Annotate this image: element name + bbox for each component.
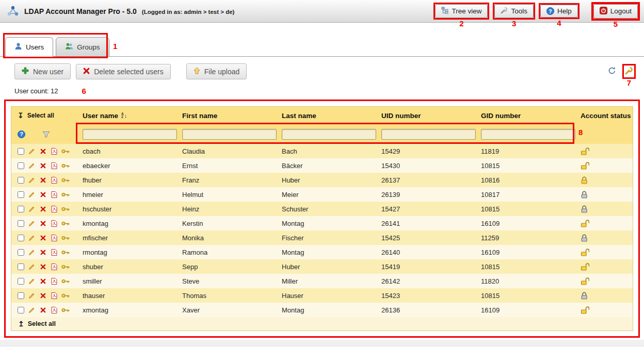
- column-header-user-name[interactable]: User name: [78, 112, 178, 120]
- file-upload-button[interactable]: File upload: [186, 63, 247, 79]
- select-all-bottom[interactable]: Select all: [11, 317, 633, 331]
- password-key-icon[interactable]: [61, 163, 70, 169]
- password-key-icon[interactable]: [61, 293, 70, 299]
- cell-user-name[interactable]: thauser: [78, 292, 178, 300]
- delete-x-icon[interactable]: [39, 307, 47, 313]
- refresh-button[interactable]: [607, 65, 617, 77]
- cell-user-name[interactable]: hschuster: [78, 205, 178, 213]
- cell-user-name[interactable]: kmontag: [78, 220, 178, 227]
- row-checkbox[interactable]: [18, 249, 24, 256]
- delete-x-icon[interactable]: [39, 192, 47, 197]
- edit-pencil-icon[interactable]: [27, 191, 36, 198]
- pdf-icon[interactable]: [50, 278, 58, 285]
- tab-users[interactable]: Users: [5, 37, 53, 57]
- row-checkbox[interactable]: [18, 206, 24, 212]
- cell-user-name[interactable]: cbach: [78, 147, 178, 155]
- logout-button[interactable]: Logout: [593, 4, 638, 19]
- row-checkbox[interactable]: [18, 177, 24, 184]
- table-row[interactable]: thauser Thomas Hauser 15423 10815: [11, 288, 633, 303]
- password-key-icon[interactable]: [61, 250, 70, 255]
- column-header-gid-number[interactable]: GID number: [477, 112, 576, 120]
- pdf-icon[interactable]: [50, 292, 58, 299]
- filter-input-user-name[interactable]: [83, 129, 177, 140]
- edit-pencil-icon[interactable]: [27, 177, 36, 184]
- pdf-icon[interactable]: [50, 177, 58, 184]
- cell-user-name[interactable]: smiller: [78, 277, 178, 285]
- table-row[interactable]: cbach Claudia Bach 15429 11819: [11, 144, 633, 158]
- cell-user-name[interactable]: shuber: [78, 263, 178, 271]
- pdf-icon[interactable]: [50, 191, 58, 198]
- cell-user-name[interactable]: xmontag: [78, 306, 178, 314]
- password-key-icon[interactable]: [61, 221, 70, 226]
- row-checkbox[interactable]: [18, 263, 24, 270]
- filter-funnel-icon[interactable]: [42, 131, 50, 138]
- cell-user-name[interactable]: ebaecker: [78, 162, 178, 170]
- pdf-icon[interactable]: [50, 249, 58, 256]
- tree-view-button[interactable]: Tree view: [435, 4, 488, 18]
- select-all-top[interactable]: Select all: [11, 112, 78, 119]
- password-key-icon[interactable]: [61, 235, 70, 241]
- settings-button[interactable]: [624, 65, 634, 77]
- password-key-icon[interactable]: [61, 206, 70, 212]
- row-checkbox[interactable]: [18, 307, 24, 313]
- table-row[interactable]: shuber Sepp Huber 15419 10815: [11, 259, 633, 274]
- tools-button[interactable]: Tools: [494, 4, 534, 18]
- tab-groups[interactable]: Groups: [56, 37, 109, 57]
- column-header-uid-number[interactable]: UID number: [377, 112, 477, 120]
- edit-pencil-icon[interactable]: [27, 235, 36, 241]
- table-row[interactable]: hmeier Helmut Meier 26139 10817: [11, 187, 633, 202]
- row-checkbox[interactable]: [18, 235, 24, 241]
- password-key-icon[interactable]: [61, 192, 70, 197]
- password-key-icon[interactable]: [61, 307, 70, 313]
- filter-input-first-name[interactable]: [182, 129, 277, 140]
- edit-pencil-icon[interactable]: [27, 220, 36, 227]
- delete-selected-users-button[interactable]: Delete selected users: [76, 64, 171, 79]
- filter-help-icon[interactable]: [18, 130, 25, 138]
- column-header-first-name[interactable]: First name: [178, 112, 278, 120]
- filter-input-last-name[interactable]: [282, 129, 376, 140]
- filter-input-gid-number[interactable]: [481, 129, 575, 140]
- delete-x-icon[interactable]: [39, 206, 47, 212]
- column-header-account-status[interactable]: Account status: [576, 112, 633, 120]
- sort-icon[interactable]: [121, 112, 127, 119]
- help-button[interactable]: Help: [540, 5, 578, 18]
- delete-x-icon[interactable]: [39, 163, 47, 169]
- table-row[interactable]: ebaecker Ernst Bäcker 15430 10815: [11, 158, 633, 173]
- cell-user-name[interactable]: fhuber: [78, 176, 178, 184]
- pdf-icon[interactable]: [50, 263, 58, 270]
- pdf-icon[interactable]: [50, 220, 58, 227]
- filter-input-uid-number[interactable]: [381, 129, 476, 140]
- edit-pencil-icon[interactable]: [27, 148, 36, 155]
- delete-x-icon[interactable]: [39, 221, 47, 226]
- delete-x-icon[interactable]: [39, 250, 47, 255]
- delete-x-icon[interactable]: [39, 148, 47, 154]
- row-checkbox[interactable]: [18, 292, 24, 299]
- edit-pencil-icon[interactable]: [27, 292, 36, 299]
- pdf-icon[interactable]: [50, 148, 58, 155]
- edit-pencil-icon[interactable]: [27, 278, 36, 285]
- pdf-icon[interactable]: [50, 162, 58, 169]
- table-row[interactable]: smiller Steve Miller 26142 11820: [11, 274, 633, 288]
- cell-user-name[interactable]: mfischer: [78, 234, 178, 242]
- row-checkbox[interactable]: [18, 162, 24, 169]
- table-row[interactable]: mfischer Monika Fischer 15425 11259: [11, 230, 633, 245]
- pdf-icon[interactable]: [50, 206, 58, 212]
- row-checkbox[interactable]: [18, 278, 24, 285]
- row-checkbox[interactable]: [18, 220, 24, 227]
- password-key-icon[interactable]: [61, 148, 70, 154]
- password-key-icon[interactable]: [61, 177, 70, 183]
- pdf-icon[interactable]: [50, 307, 58, 313]
- row-checkbox[interactable]: [18, 191, 24, 198]
- table-row[interactable]: hschuster Heinz Schuster 15427 10815: [11, 202, 633, 216]
- delete-x-icon[interactable]: [39, 293, 47, 299]
- table-row[interactable]: kmontag Kerstin Montag 26141 16109: [11, 216, 633, 230]
- delete-x-icon[interactable]: [39, 278, 47, 284]
- edit-pencil-icon[interactable]: [27, 249, 36, 256]
- cell-user-name[interactable]: hmeier: [78, 191, 178, 199]
- delete-x-icon[interactable]: [39, 177, 47, 183]
- password-key-icon[interactable]: [61, 278, 70, 284]
- delete-x-icon[interactable]: [39, 235, 47, 241]
- table-row[interactable]: fhuber Franz Huber 26137 10816: [11, 173, 633, 187]
- table-row[interactable]: xmontag Xaver Montag 26136 16109: [11, 303, 633, 317]
- new-user-button[interactable]: New user: [14, 63, 71, 79]
